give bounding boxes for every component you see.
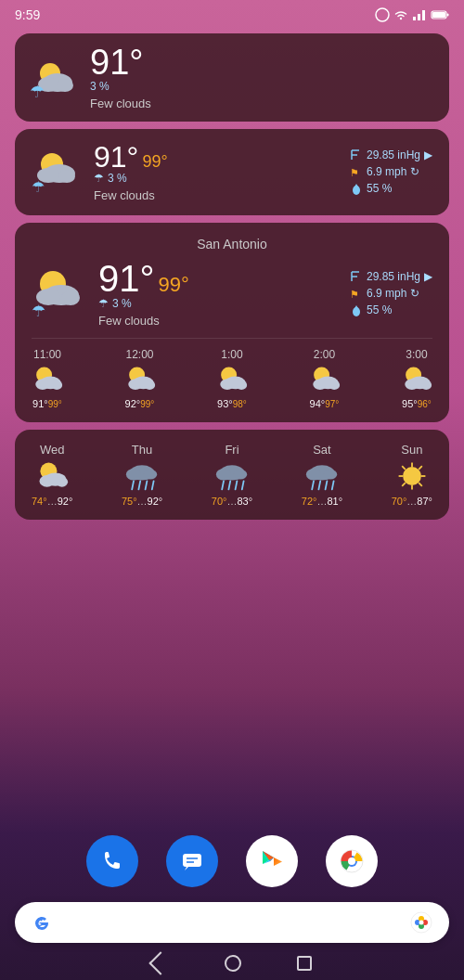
svg-line-72 bbox=[242, 481, 244, 489]
widget-medium-temp-high: 99° bbox=[142, 152, 167, 172]
weather-icon-medium: ☂ bbox=[32, 149, 83, 196]
widget-medium[interactable]: ☂ 91° 99° ☂ 3 % Few clouds 29.85 inHg ▶ … bbox=[15, 129, 449, 215]
widget-small-precip: 3 % bbox=[90, 80, 151, 93]
app-dock bbox=[0, 835, 464, 887]
svg-marker-34 bbox=[354, 305, 359, 310]
widget-medium-info: 91° 99° ☂ 3 % Few clouds bbox=[94, 142, 168, 202]
svg-marker-90 bbox=[185, 867, 188, 870]
hour-item: 11:00 91°99° bbox=[32, 348, 63, 409]
svg-point-80 bbox=[403, 467, 421, 485]
widget-forecast[interactable]: Wed 74°…92° Thu 75°…92° Fri 7 bbox=[15, 430, 449, 520]
messages-app-icon[interactable] bbox=[166, 835, 218, 887]
day-label: Sat bbox=[313, 443, 331, 457]
back-button[interactable] bbox=[148, 951, 172, 974]
svg-point-11 bbox=[57, 79, 73, 92]
widget-large-stats: 29.85 inHg ▶ ⚑ 6.9 mph ↻ 55 % bbox=[350, 270, 432, 318]
hourly-row: 11:00 91°99° 12:00 92°99° 1:00 93°98° 2:… bbox=[32, 338, 432, 409]
svg-line-78 bbox=[326, 481, 328, 489]
hour-temps: 94°97° bbox=[310, 398, 340, 409]
hour-temps: 91°99° bbox=[32, 398, 62, 409]
day-temps: 72°…81° bbox=[302, 496, 342, 507]
hour-temps: 92°99° bbox=[125, 398, 155, 409]
svg-line-77 bbox=[318, 481, 320, 489]
play-store-app-icon[interactable] bbox=[246, 835, 298, 887]
svg-line-69 bbox=[222, 481, 224, 489]
large-wind: ⚑ 6.9 mph ↻ bbox=[350, 287, 432, 300]
widget-small-info: 91° 3 % Few clouds bbox=[90, 45, 151, 110]
circle-icon bbox=[375, 7, 390, 22]
hour-item: 3:00 95°96° bbox=[401, 348, 432, 409]
svg-point-74 bbox=[306, 469, 321, 481]
pressure-stat: 29.85 inHg ▶ bbox=[350, 148, 432, 161]
svg-point-53 bbox=[405, 379, 419, 390]
widget-large-precip: ☂ 3 % bbox=[98, 297, 189, 310]
svg-point-45 bbox=[220, 379, 234, 390]
humidity-icon bbox=[350, 182, 363, 195]
day-item: Wed 74°…92° bbox=[32, 443, 72, 507]
svg-point-41 bbox=[128, 379, 142, 390]
svg-rect-89 bbox=[183, 854, 201, 867]
phone-app-icon[interactable] bbox=[86, 835, 138, 887]
svg-line-88 bbox=[402, 483, 406, 486]
widget-medium-stats: 29.85 inHg ▶ ⚑ 6.9 mph ↻ 55 % bbox=[350, 148, 432, 197]
home-button[interactable] bbox=[225, 955, 241, 972]
widget-large-temp: 91° bbox=[98, 260, 155, 297]
chrome-icon bbox=[338, 847, 366, 875]
search-bar[interactable]: G bbox=[15, 902, 449, 943]
svg-point-68 bbox=[234, 470, 247, 480]
svg-rect-3 bbox=[418, 14, 420, 20]
hour-label: 11:00 bbox=[33, 348, 61, 361]
day-temps: 74°…92° bbox=[32, 496, 72, 507]
svg-text:☂: ☂ bbox=[32, 179, 45, 195]
svg-point-16 bbox=[58, 170, 75, 183]
svg-point-60 bbox=[126, 469, 141, 481]
widget-large-temp-high: 99° bbox=[159, 273, 189, 297]
widget-large-main-info: 91° 99° ☂ 3 % Few clouds bbox=[98, 260, 189, 329]
day-item: Thu 75°…92° bbox=[122, 443, 162, 507]
svg-line-71 bbox=[236, 481, 238, 489]
nav-bar bbox=[0, 947, 464, 980]
svg-point-103 bbox=[419, 921, 424, 925]
widget-small[interactable]: ☂ 91° 3 % Few clouds bbox=[15, 33, 449, 122]
svg-text:☂: ☂ bbox=[32, 303, 45, 320]
svg-rect-6 bbox=[447, 14, 449, 17]
battery-icon bbox=[431, 9, 449, 20]
svg-line-85 bbox=[402, 466, 406, 470]
svg-text:⚑: ⚑ bbox=[350, 167, 359, 178]
recent-button[interactable] bbox=[297, 956, 312, 971]
large-humidity: 55 % bbox=[350, 303, 432, 316]
svg-point-42 bbox=[144, 380, 155, 390]
svg-point-67 bbox=[216, 469, 231, 481]
humidity-icon-lg bbox=[350, 303, 363, 316]
google-lens-icon[interactable] bbox=[410, 911, 432, 934]
widget-medium-desc: Few clouds bbox=[94, 188, 168, 202]
pressure-icon-lg bbox=[350, 270, 363, 283]
svg-point-49 bbox=[313, 379, 327, 390]
widget-large[interactable]: San Antonio ☂ 91° 99° ☂ 3 % Few clouds 2… bbox=[15, 223, 449, 422]
svg-text:☂: ☂ bbox=[30, 83, 45, 98]
svg-point-38 bbox=[51, 380, 62, 390]
svg-line-76 bbox=[312, 481, 314, 489]
play-store-icon bbox=[258, 847, 286, 875]
svg-text:⚑: ⚑ bbox=[350, 289, 359, 300]
svg-point-75 bbox=[324, 470, 337, 480]
hour-item: 2:00 94°97° bbox=[309, 348, 341, 409]
svg-point-61 bbox=[144, 470, 157, 480]
day-temps: 70°…87° bbox=[392, 496, 432, 507]
svg-point-37 bbox=[35, 379, 49, 390]
status-bar: 9:59 bbox=[0, 0, 464, 26]
pressure-icon bbox=[350, 148, 363, 161]
hour-label: 3:00 bbox=[406, 348, 427, 361]
hour-temps: 93°98° bbox=[217, 398, 247, 409]
svg-point-27 bbox=[61, 290, 80, 305]
svg-point-0 bbox=[376, 8, 389, 21]
svg-line-87 bbox=[419, 466, 422, 470]
svg-line-62 bbox=[132, 481, 134, 489]
status-icons bbox=[375, 7, 449, 22]
svg-line-86 bbox=[419, 483, 422, 486]
svg-point-46 bbox=[236, 380, 247, 390]
chrome-app-icon[interactable] bbox=[326, 835, 378, 887]
day-label: Wed bbox=[40, 443, 65, 457]
large-pressure: 29.85 inHg ▶ bbox=[350, 270, 432, 283]
day-item: Sat 72°…81° bbox=[302, 443, 342, 507]
